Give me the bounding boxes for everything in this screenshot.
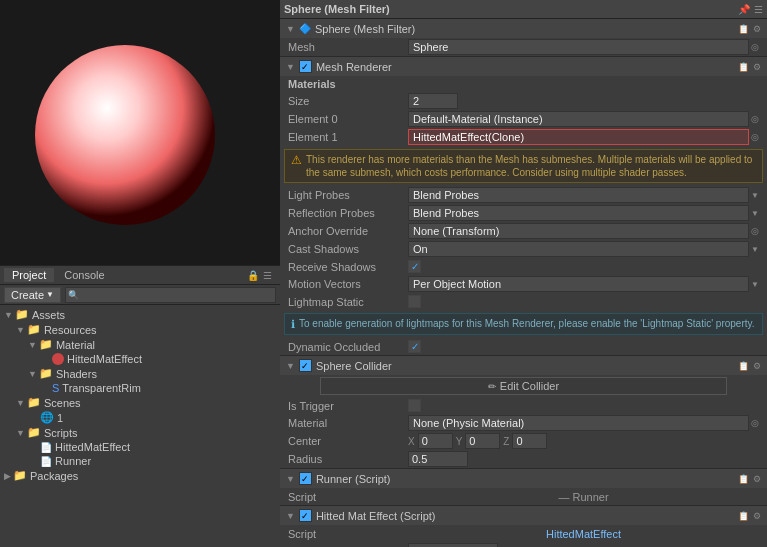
m-life-value[interactable]: 0.06596921	[408, 543, 498, 547]
receive-shadows-check[interactable]: ✓	[408, 260, 421, 273]
collider-material-select[interactable]: ◎	[749, 418, 759, 428]
center-y-value[interactable]: 0	[465, 433, 500, 449]
dynamic-occluded-row: Dynamic Occluded ✓	[280, 338, 767, 355]
radius-label: Radius	[288, 453, 408, 465]
tree-item-material[interactable]: ▼ 📁 Material	[0, 337, 280, 352]
collider-material-value[interactable]: None (Physic Material)	[408, 415, 749, 431]
hitted-mat-btn1[interactable]: 📋	[738, 511, 749, 521]
mesh-filter-header[interactable]: ▼ 🔷 Sphere (Mesh Filter) 📋 ⚙	[280, 19, 767, 38]
mesh-filter-btn2[interactable]: ⚙	[753, 24, 761, 34]
hitted-mat-arrow: ▼	[286, 511, 295, 521]
search-input[interactable]	[65, 287, 276, 303]
mesh-filter-arrow: ▼	[286, 24, 295, 34]
tree-item-hitted-mat[interactable]: HittedMatEffect	[0, 352, 280, 366]
cast-shadows-label: Cast Shadows	[288, 243, 408, 255]
runner-title: Runner (Script)	[316, 473, 391, 485]
pin-icon[interactable]: 📌	[738, 4, 750, 15]
mesh-filter-title: Sphere (Mesh Filter)	[315, 23, 415, 35]
edit-collider-btn[interactable]: ✏ Edit Collider	[320, 377, 727, 395]
anchor-override-value[interactable]: None (Transform)	[408, 223, 749, 239]
element0-select[interactable]: ◎	[749, 114, 759, 124]
more-options-icon[interactable]: ☰	[754, 4, 763, 15]
center-x-value[interactable]: 0	[418, 433, 453, 449]
project-tab-bar: Project Console 🔒 ☰	[0, 266, 280, 285]
tab-console[interactable]: Console	[56, 268, 112, 282]
mesh-select-icon[interactable]: ◎	[749, 42, 759, 52]
element1-row: Element 1 HittedMatEffect(Clone) ◎	[280, 128, 767, 146]
element0-value[interactable]: Default-Material (Instance)	[408, 111, 749, 127]
light-probes-arrow: ▼	[749, 191, 759, 200]
center-xyz: X 0 Y 0 Z 0	[408, 433, 547, 449]
m-life-row: M Life 0.06596921	[280, 542, 767, 547]
more-icon: ☰	[263, 270, 272, 281]
runner-btn2[interactable]: ⚙	[753, 474, 761, 484]
runner-arrow: ▼	[286, 474, 295, 484]
mesh-filter-icon: 🔷	[299, 23, 311, 34]
cast-shadows-value[interactable]: On	[408, 241, 749, 257]
project-tree: ▼ 📁 Assets ▼ 📁 Resources ▼ 📁 Material	[0, 305, 280, 547]
mesh-renderer-btn1[interactable]: 📋	[738, 62, 749, 72]
mesh-renderer-check[interactable]: ✓	[299, 60, 312, 73]
create-button[interactable]: Create ▼	[4, 287, 61, 303]
motion-vectors-value[interactable]: Per Object Motion	[408, 276, 749, 292]
viewport: Project Console 🔒 ☰ Create ▼ 🔍	[0, 0, 280, 547]
sphere-collider-btn1[interactable]: 📋	[738, 361, 749, 371]
lightmap-static-check[interactable]	[408, 295, 421, 308]
mesh-renderer-header[interactable]: ▼ ✓ Mesh Renderer 📋 ⚙	[280, 57, 767, 76]
mesh-label: Mesh	[288, 41, 408, 53]
size-label: Size	[288, 95, 408, 107]
runner-check[interactable]: ✓	[299, 472, 312, 485]
is-trigger-label: Is Trigger	[288, 400, 408, 412]
tree-item-resources[interactable]: ▼ 📁 Resources	[0, 322, 280, 337]
light-probes-value[interactable]: Blend Probes	[408, 187, 749, 203]
hitted-mat-btn2[interactable]: ⚙	[753, 511, 761, 521]
tree-item-transparent-rim[interactable]: S TransparentRim	[0, 381, 280, 395]
warning-text: This renderer has more materials than th…	[306, 153, 756, 179]
size-row: Size 2	[280, 92, 767, 110]
center-z-value[interactable]: 0	[512, 433, 547, 449]
element1-select[interactable]: ◎	[749, 132, 759, 142]
dynamic-occluded-check[interactable]: ✓	[408, 340, 421, 353]
hitted-mat-script-value[interactable]: HittedMatEffect	[408, 528, 759, 540]
mesh-renderer-btn2[interactable]: ⚙	[753, 62, 761, 72]
hitted-mat-title: Hitted Mat Effect (Script)	[316, 510, 436, 522]
receive-shadows-label: Receive Shadows	[288, 261, 408, 273]
lightmap-info-box: ℹ To enable generation of lightmaps for …	[284, 313, 763, 335]
runner-btn1[interactable]: 📋	[738, 474, 749, 484]
center-z-label: Z	[503, 436, 509, 447]
tab-project[interactable]: Project	[4, 268, 54, 282]
mesh-renderer-section: ▼ ✓ Mesh Renderer 📋 ⚙ Materials Size 2 E…	[280, 57, 767, 356]
tree-item-shaders[interactable]: ▼ 📁 Shaders	[0, 366, 280, 381]
tree-item-scripts-folder[interactable]: ▼ 📁 Scripts	[0, 425, 280, 440]
collider-material-row: Material None (Physic Material) ◎	[280, 414, 767, 432]
tree-item-runner-script[interactable]: 📄 Runner	[0, 454, 280, 468]
tree-item-packages[interactable]: ▶ 📁 Packages	[0, 468, 280, 483]
radius-value[interactable]: 0.5	[408, 451, 468, 467]
tree-item-scenes[interactable]: ▼ 📁 Scenes	[0, 395, 280, 410]
sphere-collider-header[interactable]: ▼ ✓ Sphere Collider 📋 ⚙	[280, 356, 767, 375]
is-trigger-check[interactable]	[408, 399, 421, 412]
reflection-probes-value[interactable]: Blend Probes	[408, 205, 749, 221]
edit-collider-label: Edit Collider	[500, 380, 559, 392]
runner-script-header[interactable]: ▼ ✓ Runner (Script) 📋 ⚙	[280, 469, 767, 488]
size-value[interactable]: 2	[408, 93, 458, 109]
hitted-mat-script-header[interactable]: ▼ ✓ Hitted Mat Effect (Script) 📋 ⚙	[280, 506, 767, 525]
anchor-override-select[interactable]: ◎	[749, 226, 759, 236]
sphere-collider-arrow: ▼	[286, 361, 295, 371]
sphere-collider-btn2[interactable]: ⚙	[753, 361, 761, 371]
sphere-collider-check[interactable]: ✓	[299, 359, 312, 372]
sphere-collider-title: Sphere Collider	[316, 360, 392, 372]
mesh-row: Mesh Sphere ◎	[280, 38, 767, 56]
element0-label: Element 0	[288, 113, 408, 125]
element1-label: Element 1	[288, 131, 408, 143]
lightmap-static-label: Lightmap Static	[288, 296, 408, 308]
search-icon: 🔍	[68, 290, 79, 300]
mesh-filter-btn1[interactable]: 📋	[738, 24, 749, 34]
tree-item-hitted-mat-script[interactable]: 📄 HittedMatEffect	[0, 440, 280, 454]
element1-value[interactable]: HittedMatEffect(Clone)	[408, 129, 749, 145]
tree-item-scene1[interactable]: 🌐 1	[0, 410, 280, 425]
hitted-mat-script-section: ▼ ✓ Hitted Mat Effect (Script) 📋 ⚙ Scrip…	[280, 506, 767, 547]
tree-item-assets[interactable]: ▼ 📁 Assets	[0, 307, 280, 322]
hitted-mat-check[interactable]: ✓	[299, 509, 312, 522]
inspector-top-bar: Sphere (Mesh Filter) 📌 ☰	[280, 0, 767, 19]
